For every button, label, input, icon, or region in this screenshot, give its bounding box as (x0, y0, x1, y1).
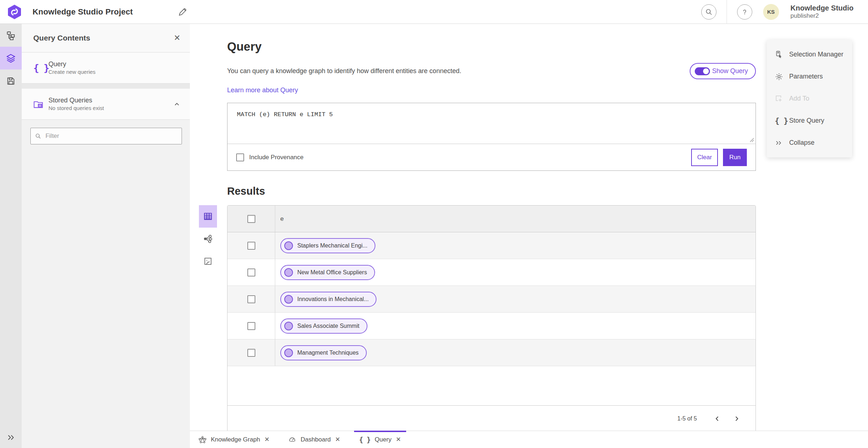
help-button[interactable] (737, 4, 752, 20)
filter-field[interactable] (30, 128, 182, 144)
row-checkbox[interactable] (247, 349, 255, 357)
table-row[interactable]: Staplers Mechanical Engi... (227, 232, 756, 259)
user-role: publisher2 (791, 12, 854, 20)
tab-query[interactable]: { } Query ✕ (354, 431, 406, 448)
include-provenance-label: Include Provenance (249, 154, 303, 161)
page-range-text: 1-5 of 5 (677, 415, 697, 422)
entity-icon (284, 241, 293, 250)
double-chevron-right-icon (775, 139, 789, 147)
resize-grip-icon[interactable] (749, 137, 754, 142)
graph-view-button[interactable] (199, 228, 217, 250)
project-title: Knowledge Studio Project (33, 7, 133, 17)
selection-manager-icon (775, 50, 789, 59)
menu-item-collapse[interactable]: Collapse (767, 132, 852, 154)
table-pagination: 1-5 of 5 (227, 405, 756, 431)
question-mark-icon (741, 8, 748, 16)
save-icon (6, 76, 16, 86)
entity-icon (284, 348, 293, 357)
query-contents-panel: Query Contents ✕ { } Query Create new qu… (22, 24, 190, 448)
panel-divider-band (22, 84, 190, 89)
menu-item-store-query[interactable]: { } Store Query (767, 110, 852, 132)
close-tab-button[interactable]: ✕ (335, 436, 340, 443)
row-checkbox[interactable] (247, 322, 255, 330)
select-all-checkbox[interactable] (247, 215, 255, 223)
results-table: e Staplers Mechanical Engi... Ne (227, 205, 756, 432)
pencil-icon (178, 7, 187, 17)
app-logo-icon (7, 4, 22, 20)
rail-item-layers[interactable] (0, 47, 22, 69)
search-icon (35, 133, 41, 139)
table-row[interactable]: Managment Techniques (227, 339, 756, 366)
dashboard-icon (288, 436, 296, 444)
user-info[interactable]: Knowledge Studio publisher2 (791, 4, 854, 20)
row-checkbox[interactable] (247, 295, 255, 303)
chevron-up-icon (173, 101, 180, 108)
expand-rail-button[interactable] (0, 427, 22, 448)
chevron-left-icon (714, 415, 720, 422)
user-avatar[interactable]: KS (763, 4, 779, 20)
panel-title: Query Contents (33, 34, 90, 42)
close-tab-button[interactable]: ✕ (396, 436, 401, 443)
tab-knowledge-graph[interactable]: Knowledge Graph ✕ (193, 431, 275, 448)
show-query-toggle[interactable]: Show Query (690, 63, 756, 79)
gear-icon (775, 72, 789, 81)
close-tab-button[interactable]: ✕ (264, 436, 269, 443)
table-row[interactable]: Innovations in Mechanical... (227, 286, 756, 313)
row-checkbox[interactable] (247, 269, 255, 276)
include-provenance-checkbox[interactable] (236, 153, 244, 161)
collapse-section-button[interactable] (173, 101, 180, 108)
chevron-right-icon (733, 415, 740, 422)
clear-button[interactable]: Clear (691, 149, 718, 166)
learn-more-link[interactable]: Learn more about Query (227, 86, 298, 94)
column-header-e[interactable]: e (275, 206, 756, 232)
entity-icon (284, 268, 293, 277)
panel-item-title: Query (48, 60, 95, 68)
user-name: Knowledge Studio (791, 4, 854, 12)
table-row[interactable]: New Metal Office Suppliers (227, 259, 756, 286)
run-button[interactable]: Run (723, 149, 747, 166)
table-header-row: e (227, 206, 756, 232)
panel-item-stored-queries[interactable]: Stored Queries No stored queries exist (22, 89, 190, 120)
panel-item-query[interactable]: { } Query Create new queries (22, 52, 190, 84)
query-textarea[interactable]: MATCH (e) RETURN e LIMIT 5 (227, 103, 756, 144)
panel-item-subtitle: Create new queries (48, 68, 95, 76)
filter-section (22, 120, 190, 151)
entity-label: Staplers Mechanical Engi... (297, 242, 367, 249)
search-button[interactable] (701, 4, 716, 20)
previous-page-button[interactable] (709, 411, 725, 427)
entity-pill[interactable]: Staplers Mechanical Engi... (280, 238, 375, 253)
toggle-label: Show Query (712, 67, 748, 75)
entity-label: Innovations in Mechanical... (297, 296, 369, 303)
curly-braces-icon: { } (775, 116, 789, 125)
menu-item-parameters[interactable]: Parameters (767, 65, 852, 88)
entity-pill[interactable]: Innovations in Mechanical... (280, 292, 376, 307)
row-checkbox[interactable] (247, 242, 255, 250)
rail-item-schema[interactable] (0, 24, 22, 47)
entity-pill[interactable]: New Metal Office Suppliers (280, 265, 375, 280)
table-empty-space (227, 366, 756, 405)
close-panel-button[interactable]: ✕ (174, 33, 180, 43)
query-tool-menu: Selection Manager Parameters (767, 40, 852, 157)
entity-pill[interactable]: Managment Techniques (280, 345, 367, 360)
menu-item-add-to: Add To (767, 88, 852, 110)
map-icon (203, 257, 213, 266)
panel-item-title: Stored Queries (48, 96, 104, 105)
map-view-button[interactable] (199, 250, 217, 272)
results-view-switcher (199, 205, 227, 432)
rail-item-save[interactable] (0, 69, 22, 92)
entity-icon (284, 295, 293, 304)
knowledge-studio-app: Knowledge Studio Project KS (0, 0, 868, 448)
entity-pill[interactable]: Sales Associate Summit (280, 318, 367, 334)
curly-braces-icon: { } (359, 436, 370, 444)
next-page-button[interactable] (729, 411, 745, 427)
double-chevron-right-icon (7, 433, 15, 442)
rail-spacer (0, 92, 22, 427)
edit-title-button[interactable] (176, 5, 189, 18)
page-title: Query (227, 24, 756, 54)
entity-label: New Metal Office Suppliers (297, 269, 367, 276)
menu-item-selection-manager[interactable]: Selection Manager (767, 43, 852, 65)
filter-input[interactable] (46, 132, 177, 140)
table-row[interactable]: Sales Associate Summit (227, 313, 756, 339)
table-view-button[interactable] (199, 205, 217, 228)
tab-dashboard[interactable]: Dashboard ✕ (283, 431, 345, 448)
